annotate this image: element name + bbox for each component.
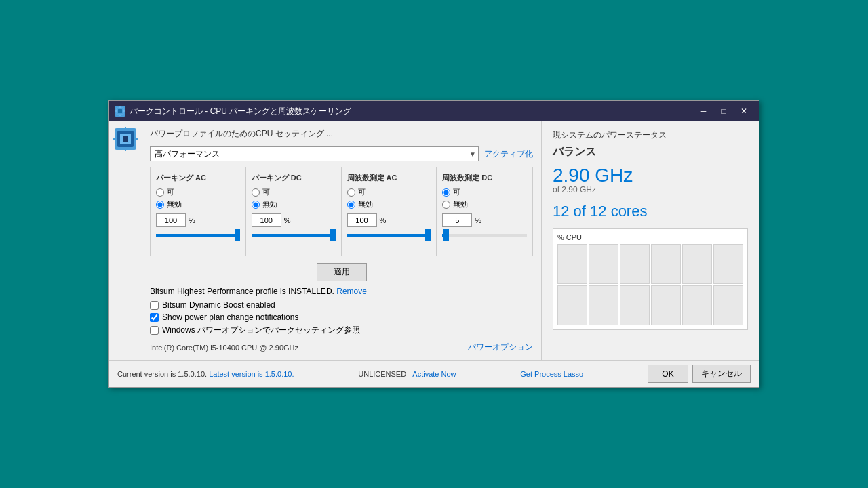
freq-dc-col: 周波数測定 DC 可 無効	[437, 167, 532, 256]
freq-dc-on-input[interactable]	[442, 188, 450, 197]
right-panel: 現システムのパワーステータス バランス 2.90 GHz of 2.90 GHz…	[542, 121, 759, 360]
chart-cell-9	[620, 285, 650, 325]
ok-button[interactable]: OK	[648, 365, 688, 383]
freq-dc-title: 周波数測定 DC	[442, 173, 527, 183]
parking-dc-on-input[interactable]	[252, 188, 260, 197]
app-logo	[113, 127, 138, 151]
logo-panel	[109, 121, 142, 360]
remove-link[interactable]: Remove	[336, 287, 367, 296]
chart-cell-12	[713, 285, 743, 325]
activate-link[interactable]: アクティブ化	[484, 148, 533, 160]
parking-ac-radio-on[interactable]: 可	[156, 187, 240, 197]
svg-rect-9	[123, 136, 128, 142]
cpu-chart: % CPU	[553, 228, 748, 330]
maximize-button[interactable]: □	[714, 104, 733, 118]
freq-dc-input[interactable]	[442, 214, 472, 227]
bottom-info-row: Intel(R) Core(TM) i5-10400 CPU @ 2.90GHz…	[150, 342, 533, 353]
installed-text: Bitsum Highest Performance profile is IN…	[150, 287, 334, 296]
footer: Current version is 1.5.0.10. Latest vers…	[109, 360, 759, 387]
ghz-sub: of 2.90 GHz	[553, 185, 748, 195]
cancel-button[interactable]: キャンセル	[692, 365, 751, 383]
chart-cell-10	[651, 285, 681, 325]
parking-dc-radio-on[interactable]: 可	[252, 187, 336, 197]
freq-ac-title: 周波数測定 AC	[347, 173, 431, 183]
power-plan-checkbox[interactable]	[150, 313, 159, 322]
chart-cell-11	[682, 285, 712, 325]
parking-ac-pct: %	[189, 216, 195, 224]
footer-buttons: OK キャンセル	[648, 365, 751, 383]
parking-ac-radio-off[interactable]: 無効	[156, 199, 240, 209]
dynamic-boost-checkbox[interactable]	[150, 301, 159, 310]
parking-dc-pct: %	[284, 216, 291, 224]
cores-value: 12 of 12 cores	[553, 203, 748, 220]
freq-ac-pct: %	[380, 216, 387, 224]
freq-ac-slider-row: %	[347, 214, 431, 227]
balance-label: バランス	[553, 145, 748, 159]
window-title: パークコントロール - CPU パーキングと周波数スケーリング	[130, 106, 694, 117]
chart-cell-7	[557, 285, 587, 325]
freq-dc-radio-off[interactable]: 無効	[442, 199, 527, 209]
freq-ac-col: 周波数測定 AC 可 無効	[342, 167, 437, 256]
close-button[interactable]: ✕	[734, 104, 753, 118]
main-content: パワープロファイルのためのCPU セッティング ... 高パフォーマンス ▼ ア…	[142, 121, 542, 360]
dynamic-boost-row: Bitsum Dynamic Boost enabled	[150, 300, 533, 310]
parking-ac-input[interactable]	[156, 214, 186, 227]
chart-cell-4	[651, 244, 681, 284]
parking-ac-radio-group: 可 無効	[156, 187, 240, 209]
freq-ac-radio-group: 可 無効	[347, 187, 431, 209]
dynamic-boost-label: Bitsum Dynamic Boost enabled	[162, 300, 275, 310]
windows-option-row: Windows パワーオプションでパークセッティング参照	[150, 325, 533, 336]
unlicensed-text: UNLICENSED -	[358, 370, 411, 378]
parking-ac-slider-row: %	[156, 214, 240, 227]
parking-dc-input[interactable]	[252, 214, 281, 227]
parking-dc-off-input[interactable]	[252, 201, 260, 209]
freq-ac-input[interactable]	[347, 214, 377, 227]
parking-dc-slider-row: %	[252, 214, 336, 227]
minimize-button[interactable]: ─	[694, 104, 713, 118]
main-window: パークコントロール - CPU パーキングと周波数スケーリング ─ □ ✕	[108, 100, 760, 388]
ghz-value: 2.90 GHz	[553, 166, 748, 185]
freq-dc-radio-on[interactable]: 可	[442, 187, 527, 197]
chart-cell-5	[682, 244, 712, 284]
parking-ac-col: パーキング AC 可 無効	[151, 167, 246, 256]
parking-dc-radio-off[interactable]: 無効	[252, 199, 336, 209]
profile-label: パワープロファイルのためのCPU セッティング ...	[150, 128, 333, 140]
installed-row: Bitsum Highest Performance profile is IN…	[150, 287, 533, 296]
freq-dc-pct: %	[475, 216, 481, 224]
activate-now-link[interactable]: Activate Now	[412, 370, 456, 378]
windows-option-label: Windows パワーオプションでパークセッティング参照	[162, 325, 360, 336]
latest-version-link[interactable]: Latest version is 1.5.0.10.	[209, 370, 294, 378]
parking-dc-col: パーキング DC 可 無効	[246, 167, 342, 256]
footer-license: UNLICENSED - Activate Now	[358, 370, 456, 378]
version-text: Current version is 1.5.0.10.	[117, 370, 207, 378]
freq-dc-off-input[interactable]	[442, 201, 450, 209]
chart-cell-2	[589, 244, 618, 284]
get-lasso-link[interactable]: Get Process Lasso	[520, 370, 583, 378]
footer-version: Current version is 1.5.0.10. Latest vers…	[117, 370, 294, 378]
freq-dc-slider-row: %	[442, 214, 527, 227]
apply-button[interactable]: 適用	[317, 263, 367, 281]
parking-ac-off-input[interactable]	[156, 201, 164, 209]
chart-cell-3	[620, 244, 650, 284]
app-icon	[115, 106, 125, 117]
freq-ac-radio-on[interactable]: 可	[347, 187, 431, 197]
chart-cell-8	[589, 285, 618, 325]
power-status-title: 現システムのパワーステータス	[553, 129, 748, 141]
freq-ac-radio-off[interactable]: 無効	[347, 199, 431, 209]
windows-option-checkbox[interactable]	[150, 326, 159, 335]
parking-dc-radio-group: 可 無効	[252, 187, 336, 209]
apply-btn-row: 適用	[150, 263, 533, 281]
parking-grid: パーキング AC 可 無効	[150, 167, 533, 256]
parking-ac-title: パーキング AC	[156, 173, 240, 183]
profile-select-wrapper: 高パフォーマンス ▼	[150, 146, 479, 161]
cpu-info: Intel(R) Core(TM) i5-10400 CPU @ 2.90GHz	[150, 344, 298, 352]
profile-select[interactable]: 高パフォーマンス	[150, 146, 479, 161]
chart-cell-6	[713, 244, 743, 284]
power-options-link[interactable]: パワーオプション	[468, 342, 533, 353]
chart-cell-1	[557, 244, 587, 284]
freq-ac-on-input[interactable]	[347, 188, 355, 197]
freq-dc-radio-group: 可 無効	[442, 187, 527, 209]
parking-ac-on-input[interactable]	[156, 188, 164, 197]
freq-ac-off-input[interactable]	[347, 201, 355, 209]
svg-rect-1	[118, 109, 122, 113]
